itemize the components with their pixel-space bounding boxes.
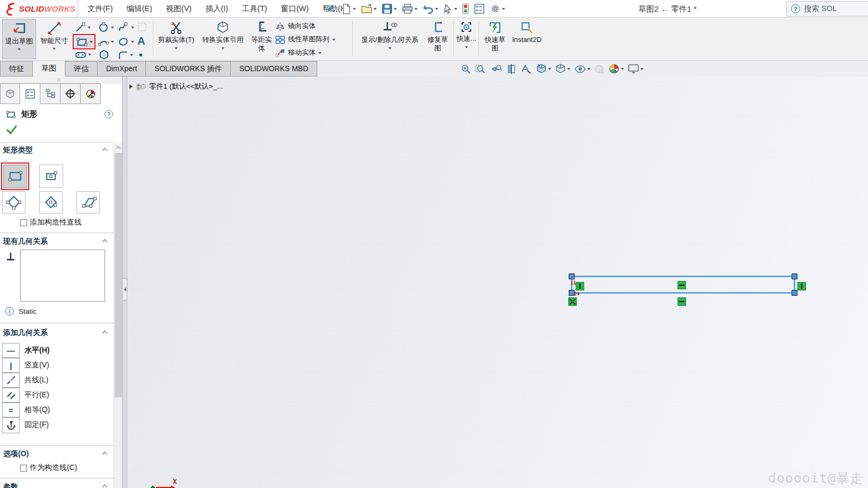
- offset-entities-button[interactable]: 等距实体: [249, 19, 274, 61]
- polygon-tool-button[interactable]: [99, 49, 109, 60]
- quick-snaps-button[interactable]: 快速...: [455, 19, 478, 59]
- tab-features[interactable]: 特征: [0, 61, 33, 76]
- scrollbar-thumb[interactable]: [115, 153, 122, 397]
- tab-sketch[interactable]: 草图: [33, 61, 65, 76]
- print-button[interactable]: [400, 2, 419, 15]
- search-input[interactable]: 搜索 SOL: [804, 4, 837, 14]
- instant2d-button[interactable]: Instant2D: [509, 19, 544, 61]
- panel-splitter[interactable]: [122, 76, 127, 488]
- menu-edit[interactable]: 编辑(E): [120, 0, 159, 18]
- slot-tool-button[interactable]: [75, 50, 91, 59]
- relation-fix[interactable]: 固定(F): [0, 417, 114, 433]
- collapse-chevron[interactable]: [102, 148, 108, 153]
- settings-dropdown[interactable]: [502, 8, 505, 10]
- horizontal-relation-icon[interactable]: —: [2, 343, 20, 358]
- save-button[interactable]: [380, 2, 398, 15]
- relation-vertical[interactable]: | 竖直(V): [0, 358, 114, 373]
- ellipse-tool-button[interactable]: [118, 36, 134, 47]
- section-existing-relations[interactable]: 现有几何关系: [0, 237, 114, 247]
- section-add-relations[interactable]: 添加几何关系: [0, 328, 114, 339]
- horizontal-constraint-badge-bottom[interactable]: [678, 297, 686, 306]
- panel-help-icon[interactable]: ?: [105, 110, 113, 118]
- collapse-chevron[interactable]: [102, 331, 108, 336]
- undo-dropdown[interactable]: [435, 8, 438, 10]
- collapse-chevron[interactable]: [102, 485, 108, 488]
- tab-solidworks-addins[interactable]: SOLIDWORKS 插件: [146, 61, 231, 76]
- graphics-area[interactable]: 零件1 (默认<<默认>_...: [127, 76, 868, 488]
- existing-relations-list[interactable]: [20, 250, 105, 302]
- move-entities-dropdown[interactable]: [318, 52, 322, 54]
- circle-tool-button[interactable]: [98, 22, 114, 33]
- exit-sketch-dropdown[interactable]: [18, 48, 21, 50]
- zoom-area-button[interactable]: [475, 64, 487, 74]
- settings-gear-button[interactable]: [488, 2, 507, 15]
- spline-dropdown[interactable]: [131, 27, 134, 29]
- display-delete-relations-button[interactable]: 显示/删除几何关系: [357, 19, 423, 59]
- vertical-constraint-badge[interactable]: [576, 282, 584, 290]
- relation-equal[interactable]: = 相等(Q): [0, 403, 114, 417]
- ellipse-dropdown[interactable]: [131, 41, 134, 43]
- slot-dropdown[interactable]: [88, 54, 91, 56]
- smart-dimension-dropdown[interactable]: [53, 48, 56, 50]
- convert-dropdown[interactable]: [221, 47, 224, 49]
- menu-file[interactable]: 文件(F): [81, 0, 120, 18]
- center-rectangle-button[interactable]: [39, 165, 63, 188]
- rebuild-button[interactable]: [461, 2, 471, 15]
- apply-scene-button[interactable]: [609, 63, 624, 74]
- new-document-dropdown[interactable]: [353, 8, 356, 10]
- collinear-relation-icon[interactable]: [2, 373, 20, 388]
- parallelogram-button[interactable]: [76, 191, 100, 213]
- add-construction-lines-checkbox[interactable]: 添加构造性直线: [20, 218, 82, 227]
- display-relations-dropdown[interactable]: [388, 47, 392, 49]
- arc-dropdown[interactable]: [111, 41, 114, 43]
- rapid-sketch-button[interactable]: 快速草图: [482, 19, 508, 61]
- checkbox-box[interactable]: [20, 465, 27, 472]
- for-construction-checkbox[interactable]: 作为构造线(C): [20, 463, 77, 473]
- apply-scene-dropdown[interactable]: [621, 68, 624, 70]
- rectangle-vertex-bottomright[interactable]: [792, 290, 797, 296]
- rectangle-vertex-topright[interactable]: [792, 273, 797, 279]
- arc-tool-button[interactable]: [98, 36, 114, 47]
- view-orientation-button[interactable]: [536, 63, 551, 74]
- center-rectangle-3pt-button[interactable]: [39, 191, 63, 213]
- tab-featuremanager-tree[interactable]: [0, 83, 20, 104]
- section-parameters[interactable]: 参数: [0, 482, 114, 488]
- fillet-dropdown[interactable]: [130, 54, 133, 56]
- quick-snaps-dropdown[interactable]: [465, 46, 468, 48]
- ok-button[interactable]: [6, 125, 17, 135]
- menu-view[interactable]: 视图(V): [159, 0, 198, 18]
- vertical-relation-icon[interactable]: |: [2, 358, 20, 373]
- relation-collinear[interactable]: 共线(L): [0, 373, 114, 388]
- tab-solidworks-mbd[interactable]: SOLIDWORKS MBD: [231, 61, 317, 76]
- line-tool-button[interactable]: [75, 22, 91, 33]
- help-icon[interactable]: ?: [791, 4, 800, 13]
- section-options[interactable]: 选项(O): [0, 449, 114, 460]
- repair-sketch-button[interactable]: 修复草图: [424, 19, 451, 61]
- tab-evaluate[interactable]: 评估: [65, 61, 98, 76]
- checkbox-box[interactable]: [20, 219, 27, 226]
- view-settings-dropdown[interactable]: [640, 68, 644, 70]
- hide-show-items-button[interactable]: [574, 64, 591, 74]
- fix-constraint-badge[interactable]: [568, 297, 577, 306]
- print-dropdown[interactable]: [414, 8, 418, 10]
- menu-tools[interactable]: 工具(T): [235, 0, 274, 18]
- circle-dropdown[interactable]: [111, 27, 114, 29]
- tree-root-label[interactable]: 零件1 (默认<<默认>_...: [149, 82, 223, 91]
- feature-tree-flyout[interactable]: 零件1 (默认<<默认>_...: [129, 82, 223, 91]
- open-dropdown[interactable]: [374, 8, 377, 10]
- display-style-button[interactable]: [555, 63, 570, 74]
- spline-tool-button[interactable]: [118, 22, 134, 33]
- annotation-view-button[interactable]: [520, 64, 532, 74]
- undo-button[interactable]: [421, 3, 440, 15]
- previous-view-button[interactable]: [490, 64, 502, 74]
- tab-dimxpert[interactable]: DimXpert: [98, 61, 146, 76]
- smart-dimension-button[interactable]: 智能尺寸: [38, 19, 70, 59]
- parallel-relation-icon[interactable]: [2, 388, 20, 403]
- vertical-constraint-badge-right[interactable]: [797, 282, 806, 290]
- save-dropdown[interactable]: [394, 8, 397, 10]
- view-orientation-dropdown[interactable]: [548, 68, 551, 70]
- tree-expand-arrow[interactable]: [129, 84, 133, 89]
- line-dropdown[interactable]: [88, 27, 91, 29]
- collapse-chevron[interactable]: [102, 452, 108, 457]
- convert-entities-button[interactable]: 转换实体引用: [197, 19, 248, 59]
